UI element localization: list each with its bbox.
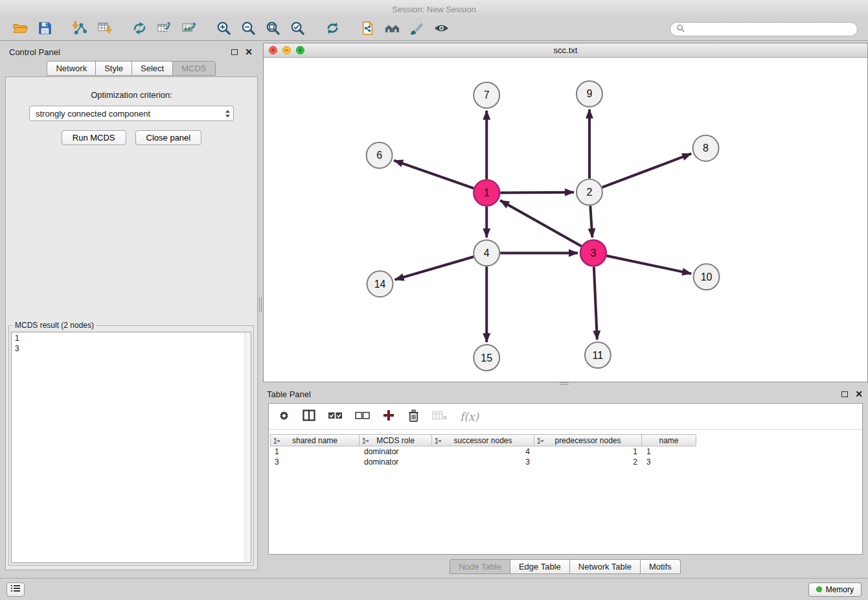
deselect-all-button[interactable] [355, 408, 370, 426]
zoom-fit-button[interactable] [260, 19, 285, 39]
memory-button[interactable]: Memory [808, 583, 862, 597]
folder-icon [12, 20, 29, 38]
window-minimize-button[interactable]: − [282, 46, 291, 54]
apply-layout-button[interactable] [320, 19, 345, 39]
optimization-criterion-select[interactable]: strongly connected component [29, 106, 234, 121]
close-panel-button[interactable]: Close panel [135, 130, 202, 145]
export-network-button[interactable] [127, 19, 152, 39]
cell-mcds-role[interactable]: dominator [360, 447, 432, 456]
zoom-selected-icon [290, 20, 306, 38]
import-network-button[interactable] [67, 19, 92, 39]
run-mcds-button[interactable]: Run MCDS [62, 130, 126, 145]
cell-predecessor-nodes[interactable]: 2 [534, 457, 642, 467]
snapshot-button[interactable] [355, 19, 380, 39]
zoom-in-button[interactable] [211, 19, 236, 39]
tab-style[interactable]: Style [95, 61, 132, 76]
home-button[interactable] [380, 19, 404, 39]
save-session-button[interactable] [32, 19, 57, 39]
table-panel-header: Table Panel ✕ [263, 386, 868, 402]
column-header-mcds-role[interactable]: MCDS role [360, 434, 432, 446]
zoom-out-button[interactable] [236, 19, 260, 39]
dropdown-selected-value: strongly connected component [36, 109, 150, 119]
search-box[interactable] [670, 22, 858, 36]
search-icon [676, 24, 685, 34]
gear-icon [278, 410, 290, 424]
window-zoom-button[interactable]: + [296, 46, 304, 54]
column-header-name[interactable]: name [642, 434, 696, 446]
column-header-shared-name[interactable]: shared name [270, 434, 360, 446]
show-hide-button[interactable] [429, 19, 453, 39]
close-panel-icon[interactable]: ✕ [245, 47, 253, 56]
cell-successor-nodes[interactable]: 3 [432, 457, 534, 467]
add-column-button[interactable] [382, 408, 395, 426]
horizontal-splitter-grip[interactable] [560, 382, 569, 385]
graph-node-label: 11 [593, 350, 604, 361]
float-panel-icon[interactable] [231, 49, 238, 55]
tab-node-table[interactable]: Node Table [450, 559, 510, 574]
vertical-splitter[interactable] [258, 43, 262, 570]
mcds-result-box[interactable]: 1 3 [11, 332, 251, 563]
table-settings-button[interactable] [278, 408, 290, 426]
window-titlebar[interactable]: Session: New Session [0, 0, 868, 18]
tab-motifs[interactable]: Motifs [640, 559, 681, 574]
cell-name[interactable]: 3 [642, 457, 696, 467]
graph-edge-3-1[interactable] [500, 200, 582, 246]
export-image-button[interactable] [176, 19, 201, 39]
zoom-out-icon [240, 20, 257, 38]
network-canvas[interactable]: 1234678910111415 [264, 58, 867, 382]
cell-predecessor-nodes[interactable]: 1 [534, 447, 642, 456]
graph-node-label: 3 [590, 248, 596, 259]
graph-edge-2-8[interactable] [602, 154, 692, 187]
graph-node-label: 4 [484, 248, 490, 259]
graph-node-label: 8 [703, 143, 709, 154]
graph-edge-3-10[interactable] [606, 256, 691, 274]
tab-mcds[interactable]: MCDS [172, 61, 215, 76]
delete-column-button[interactable] [407, 408, 420, 426]
control-panel: Control Panel ✕ Network Style Select MCD… [5, 44, 258, 570]
graph-edge-2-3[interactable] [590, 206, 592, 238]
search-input[interactable] [688, 25, 851, 34]
cell-name[interactable]: 1 [642, 447, 696, 456]
cell-shared-name[interactable]: 1 [270, 447, 360, 456]
tab-edge-table[interactable]: Edge Table [510, 559, 570, 574]
eye-icon [433, 20, 450, 38]
select-all-button[interactable] [328, 408, 343, 426]
column-visibility-button[interactable] [303, 408, 315, 426]
style-brush-button[interactable] [404, 19, 429, 39]
main-toolbar [0, 18, 868, 41]
graph-node-label: 10 [701, 271, 713, 283]
graph-node-label: 1 [484, 187, 490, 198]
result-scrollbar[interactable] [244, 332, 251, 562]
cell-shared-name[interactable]: 3 [270, 457, 360, 467]
graph-edge-1-6[interactable] [394, 161, 474, 189]
tab-network[interactable]: Network [47, 61, 96, 76]
tab-network-table[interactable]: Network Table [569, 559, 641, 574]
network-window: × − + scc.txt 1234678910111415 [263, 43, 868, 382]
tab-select[interactable]: Select [131, 61, 173, 76]
dropdown-stepper-icon [225, 109, 231, 119]
column-header-successor-nodes[interactable]: successor nodes [432, 434, 534, 446]
table-row[interactable]: 1 dominator 4 1 1 [269, 446, 862, 457]
close-table-panel-icon[interactable]: ✕ [855, 389, 863, 398]
import-table-button[interactable] [92, 19, 117, 39]
refresh-arrows-icon [325, 20, 341, 38]
table-row[interactable]: 3 dominator 3 2 3 [269, 457, 862, 467]
graph-edge-3-11[interactable] [594, 266, 597, 340]
column-header-predecessor-nodes[interactable]: predecessor nodes [534, 434, 642, 446]
graph-edge-4-14[interactable] [395, 257, 474, 279]
export-table-button[interactable] [152, 19, 176, 39]
graph-edge-1-2[interactable] [500, 192, 574, 193]
cell-successor-nodes[interactable]: 4 [432, 447, 534, 456]
task-history-button[interactable] [6, 583, 25, 597]
result-line: 1 [15, 333, 247, 343]
cell-mcds-role[interactable]: dominator [360, 457, 432, 467]
houses-icon [384, 20, 400, 38]
open-session-button[interactable] [8, 19, 32, 39]
window-close-button[interactable]: × [269, 46, 277, 54]
network-window-titlebar[interactable]: × − + scc.txt [264, 43, 867, 58]
zoom-selected-button[interactable] [285, 19, 310, 39]
delete-table-button[interactable] [432, 408, 448, 426]
float-table-panel-icon[interactable] [841, 391, 848, 397]
table-panel: Table Panel ✕ [263, 386, 868, 577]
function-builder-button[interactable]: f(x) [460, 408, 479, 426]
